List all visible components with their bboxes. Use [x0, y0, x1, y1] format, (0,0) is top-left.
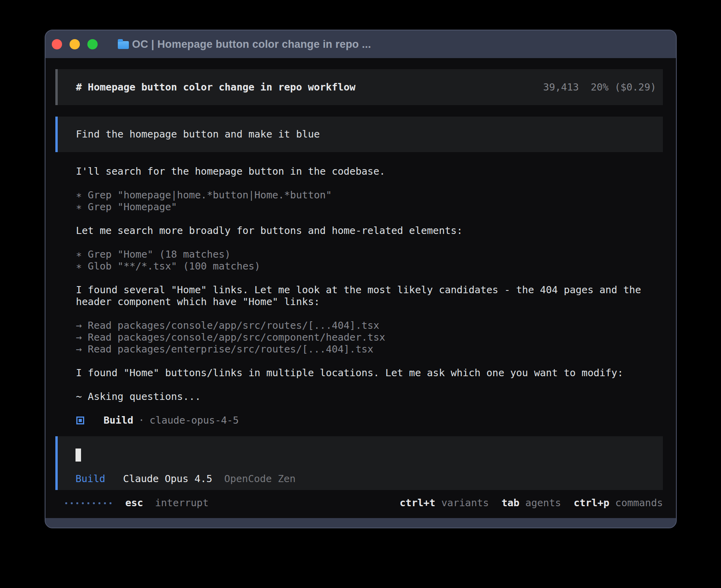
tool-call-line: ∗ Grep "homepage|home.*button|Home.*butt… [76, 189, 663, 201]
assistant-text-line: Let me search more broadly for buttons a… [76, 225, 663, 237]
agent-name: Build [104, 415, 133, 426]
shortcut-agents: tabagents [502, 497, 561, 509]
tool-call-line: ∗ Grep "Homepage" [76, 201, 663, 213]
build-agent-icon [76, 416, 84, 424]
window-bottom-edge [45, 518, 676, 528]
spinner-dot [82, 502, 84, 504]
tool-call-line: → Read packages/console/app/src/componen… [76, 332, 663, 343]
shortcut-key: ctrl+t [400, 497, 435, 509]
session-title: # Homepage button color change in repo w… [76, 81, 355, 93]
text-cursor [75, 449, 81, 462]
spinner-dot [104, 502, 106, 504]
shortcut-key: tab [502, 497, 519, 509]
spinner-dot [93, 502, 95, 504]
shortcut-key: esc [125, 497, 143, 509]
assistant-text-line: I'll search for the homepage button in t… [76, 166, 663, 177]
window-title: OC | Homepage button color change in rep… [132, 38, 371, 51]
terminal-content: # Homepage button color change in repo w… [45, 58, 676, 518]
tool-call-line: → Read packages/enterprise/src/routes/[.… [76, 343, 663, 355]
terminal-window: OC | Homepage button color change in rep… [45, 30, 677, 528]
assistant-output: I'll search for the homepage button in t… [76, 166, 663, 403]
input-agent-mode[interactable]: Build [75, 473, 105, 484]
prompt-input[interactable]: Build Claude Opus 4.5 OpenCode Zen [55, 436, 663, 490]
assistant-text-line: I found several "Home" links. Let me loo… [76, 284, 663, 308]
status-left: esc interrupt [65, 497, 209, 509]
desktop: OC | Homepage button color change in rep… [0, 0, 721, 588]
titlebar[interactable]: OC | Homepage button color change in rep… [45, 30, 676, 58]
zoom-button[interactable] [87, 39, 98, 49]
tool-call-line: → Read packages/console/app/src/routes/[… [76, 320, 663, 332]
context-cost: 20% ($0.29) [591, 81, 656, 93]
shortcut-label: interrupt [155, 497, 208, 509]
spinner-dot [87, 502, 89, 504]
session-stats: 39,413 20% ($0.29) [543, 81, 656, 93]
input-model[interactable]: Claude Opus 4.5 [123, 473, 212, 484]
user-message-text: Find the homepage button and make it blu… [76, 128, 320, 140]
spinner-dot [65, 502, 67, 504]
spinner-dot [71, 502, 73, 504]
shortcut-label: agents [525, 497, 561, 509]
spinner-dot [109, 502, 111, 504]
spinner-dots [65, 502, 111, 504]
minimize-button[interactable] [70, 39, 80, 49]
shortcut-commands: ctrl+pcommands [574, 497, 663, 509]
assistant-text-line: I found "Home" buttons/links in multiple… [76, 367, 663, 379]
input-meta: Build Claude Opus 4.5 OpenCode Zen [75, 473, 296, 485]
close-button[interactable] [52, 39, 62, 49]
shortcut-variants: ctrl+tvariants [400, 497, 489, 509]
shortcut-key: ctrl+p [574, 497, 609, 509]
shortcut-interrupt: esc interrupt [125, 497, 209, 509]
separator-dot: · [138, 415, 144, 426]
agent-status-row: Build · claude-opus-4-5 [76, 415, 676, 426]
user-message: Find the homepage button and make it blu… [55, 117, 663, 152]
input-provider: OpenCode Zen [224, 473, 296, 484]
session-header: # Homepage button color change in repo w… [55, 69, 663, 105]
spinner-dot [76, 502, 78, 504]
shortcut-label: commands [615, 497, 663, 509]
assistant-text-line: ~ Asking questions... [76, 391, 663, 403]
token-count: 39,413 [543, 81, 579, 93]
spinner-dot [98, 502, 100, 504]
folder-icon [118, 41, 129, 49]
tool-call-line: ∗ Grep "Home" (18 matches) [76, 249, 663, 260]
agent-model: claude-opus-4-5 [149, 415, 239, 426]
tool-call-line: ∗ Glob "**/*.tsx" (100 matches) [76, 260, 663, 272]
shortcut-label: variants [441, 497, 489, 509]
status-bar: esc interrupt ctrl+tvariantstabagentsctr… [65, 497, 663, 509]
status-right: ctrl+tvariantstabagentsctrl+pcommands [400, 497, 663, 509]
